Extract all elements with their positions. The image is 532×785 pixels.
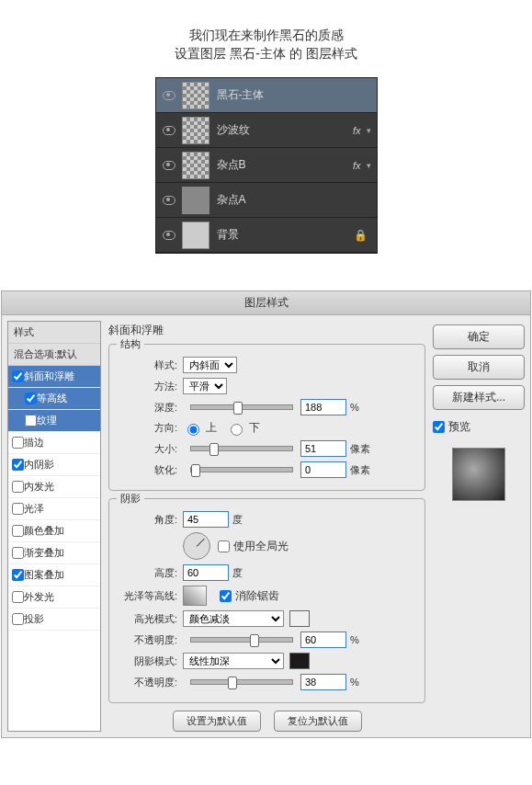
visibility-toggle[interactable] — [156, 126, 182, 135]
effect-item[interactable]: 内发光 — [8, 476, 100, 498]
effect-checkbox[interactable] — [12, 591, 24, 603]
blend-options[interactable]: 混合选项:默认 — [8, 344, 100, 366]
preview-checkbox[interactable] — [433, 421, 445, 433]
layer-row[interactable]: 沙波纹fx▾ — [156, 113, 377, 148]
effect-item[interactable]: 投影 — [8, 609, 100, 631]
effect-checkbox[interactable] — [25, 392, 37, 404]
effect-checkbox[interactable] — [12, 459, 24, 471]
highlight-opacity-label: 不透明度: — [119, 633, 177, 647]
layer-row[interactable]: 背景🔒 — [156, 218, 377, 253]
altitude-input[interactable] — [183, 564, 229, 581]
eye-icon — [163, 231, 175, 240]
dialog-title: 图层样式 — [2, 291, 530, 315]
direction-down-radio[interactable] — [231, 424, 243, 436]
highlight-opacity-slider[interactable] — [190, 637, 293, 643]
visibility-toggle[interactable] — [156, 196, 182, 205]
shadow-opacity-input[interactable] — [300, 674, 346, 690]
effect-checkbox[interactable] — [12, 503, 24, 515]
effect-label: 投影 — [24, 612, 44, 626]
altitude-unit: 度 — [232, 566, 243, 580]
soften-input[interactable] — [300, 461, 346, 478]
effect-item[interactable]: 图案叠加 — [8, 564, 100, 586]
soften-slider[interactable] — [190, 467, 293, 472]
effect-checkbox[interactable] — [12, 481, 24, 493]
size-slider[interactable] — [190, 446, 293, 451]
antialias-checkbox[interactable] — [220, 590, 232, 602]
intro-line1: 我们现在来制作黑石的质感 — [0, 26, 532, 44]
direction-label: 方向: — [119, 421, 177, 435]
gloss-contour[interactable] — [183, 586, 207, 606]
effect-label: 斜面和浮雕 — [24, 370, 74, 383]
shading-group: 阴影 角度: 度 使用全局光 — [108, 498, 425, 703]
section-title: 斜面和浮雕 — [108, 323, 425, 338]
styles-header[interactable]: 样式 — [8, 322, 100, 344]
effect-item[interactable]: 纹理 — [8, 410, 100, 432]
layer-row[interactable]: 杂点A — [156, 183, 377, 218]
depth-slider[interactable] — [190, 404, 293, 410]
highlight-mode-select[interactable]: 颜色减淡 — [183, 610, 284, 627]
chevron-down-icon[interactable]: ▾ — [367, 126, 371, 135]
size-input[interactable] — [300, 440, 346, 457]
shadow-mode-select[interactable]: 线性加深 — [183, 653, 284, 669]
effect-checkbox[interactable] — [12, 370, 24, 382]
effect-item[interactable]: 内阴影 — [8, 454, 100, 476]
effect-checkbox[interactable] — [12, 437, 24, 449]
effect-item[interactable]: 斜面和浮雕 — [8, 366, 100, 388]
effect-label: 内阴影 — [24, 458, 54, 472]
shadow-opacity-slider[interactable] — [190, 679, 293, 685]
effect-item[interactable]: 描边 — [8, 432, 100, 454]
layer-name: 背景 — [217, 227, 354, 243]
layer-name: 沙波纹 — [217, 122, 353, 138]
cancel-button[interactable]: 取消 — [433, 355, 525, 380]
visibility-toggle[interactable] — [156, 161, 182, 170]
global-light-checkbox[interactable] — [218, 540, 230, 552]
layer-thumbnail — [182, 117, 209, 144]
new-style-button[interactable]: 新建样式... — [433, 385, 525, 410]
depth-unit: % — [350, 402, 359, 413]
effect-label: 外发光 — [24, 590, 54, 604]
shadow-color-swatch[interactable] — [289, 653, 310, 669]
shadow-mode-label: 阴影模式: — [119, 654, 177, 668]
highlight-opacity-input[interactable] — [300, 631, 346, 648]
soften-label: 软化: — [119, 463, 177, 477]
effect-checkbox[interactable] — [12, 613, 24, 625]
effect-item[interactable]: 渐变叠加 — [8, 542, 100, 564]
effect-item[interactable]: 光泽 — [8, 498, 100, 520]
effect-checkbox[interactable] — [12, 525, 24, 537]
style-label: 样式: — [119, 358, 177, 372]
direction-up-radio[interactable] — [187, 424, 199, 436]
eye-icon — [163, 126, 175, 135]
angle-input[interactable] — [183, 511, 229, 528]
technique-select[interactable]: 平滑 — [183, 378, 227, 394]
effect-checkbox[interactable] — [12, 569, 24, 581]
gloss-label: 光泽等高线: — [119, 589, 177, 603]
soften-unit: 像素 — [350, 463, 370, 477]
set-default-button[interactable]: 设置为默认值 — [173, 711, 261, 732]
visibility-toggle[interactable] — [156, 231, 182, 240]
chevron-down-icon[interactable]: ▾ — [367, 161, 371, 170]
layers-panel: 黑石-主体沙波纹fx▾杂点Bfx▾杂点A背景🔒 — [155, 77, 378, 254]
effect-label: 描边 — [24, 436, 44, 449]
effect-label: 等高线 — [37, 392, 67, 405]
depth-input[interactable] — [300, 399, 346, 415]
angle-unit: 度 — [232, 513, 243, 527]
layer-thumbnail — [182, 222, 209, 249]
layer-row[interactable]: 黑石-主体 — [156, 78, 377, 113]
structure-legend: 结构 — [117, 337, 144, 351]
layer-name: 杂点B — [217, 157, 353, 173]
effect-checkbox[interactable] — [25, 415, 37, 427]
ok-button[interactable]: 确定 — [433, 324, 525, 349]
layer-style-dialog: 图层样式 样式 混合选项:默认 斜面和浮雕等高线纹理描边内阴影内发光光泽颜色叠加… — [1, 290, 531, 738]
angle-wheel[interactable] — [183, 532, 210, 560]
direction-up-label: 上 — [206, 420, 217, 436]
effect-checkbox[interactable] — [12, 547, 24, 559]
reset-default-button[interactable]: 复位为默认值 — [274, 711, 362, 732]
effect-item[interactable]: 颜色叠加 — [8, 520, 100, 542]
visibility-toggle[interactable] — [156, 91, 182, 100]
global-light-label: 使用全局光 — [233, 539, 289, 554]
highlight-color-swatch[interactable] — [289, 610, 310, 627]
layer-row[interactable]: 杂点Bfx▾ — [156, 148, 377, 183]
effect-item[interactable]: 外发光 — [8, 586, 100, 609]
effect-item[interactable]: 等高线 — [8, 388, 100, 410]
style-select[interactable]: 内斜面 — [183, 357, 237, 373]
